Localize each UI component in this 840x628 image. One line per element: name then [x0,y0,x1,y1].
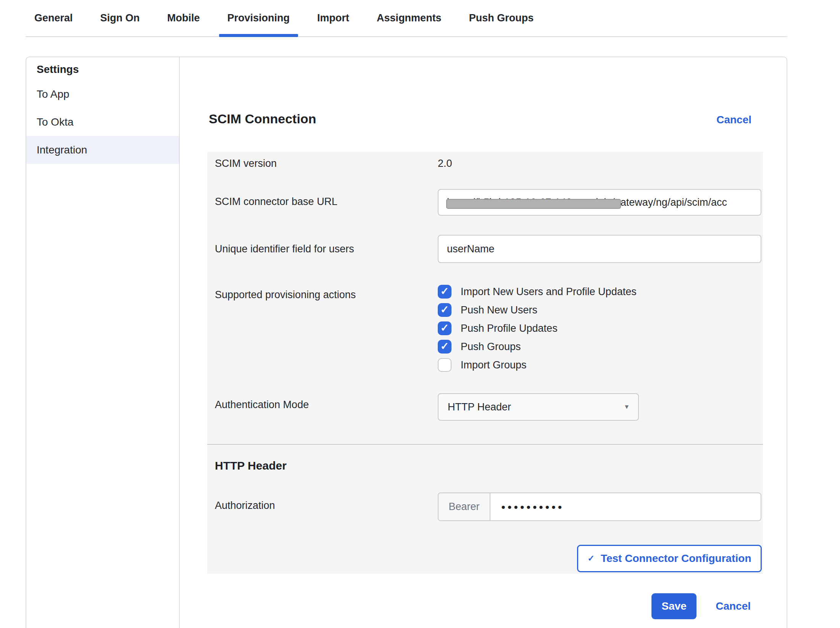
base-url-visible-text: o/gateway/ng/api/scim/acc [606,197,727,208]
checkbox-row-push-groups: ✓ Push Groups [438,340,521,354]
authorization-label: Authorization [215,500,275,512]
sidebar-item-to-okta[interactable]: To Okta [26,108,179,136]
tab-import[interactable]: Import [317,0,349,36]
checkbox-import-groups[interactable]: ✓ [438,358,451,372]
checkbox-label: Push Profile Updates [461,323,558,334]
auth-mode-select[interactable]: HTTP Header ▼ [438,393,639,421]
unique-id-label: Unique identifier field for users [215,243,354,255]
test-connector-configuration-button[interactable]: ✓ Test Connector Configuration [577,545,762,572]
sidebar-title: Settings [37,63,79,76]
checkmark-icon: ✓ [440,286,449,297]
checkbox-row-push-profile-updates: ✓ Push Profile Updates [438,321,558,335]
checkbox-push-profile-updates[interactable]: ✓ [438,321,451,335]
base-url-value: https://h5bd-135-19-67-140-ngrok.io/gate… [439,190,761,215]
tab-sign-on[interactable]: Sign On [100,0,140,36]
save-button[interactable]: Save [651,593,697,619]
auth-mode-value: HTTP Header [448,401,511,413]
checkbox-label: Push Groups [461,341,521,353]
settings-sidebar: Settings To App To Okta Integration [26,57,180,628]
app-tab-bar: General Sign On Mobile Provisioning Impo… [26,0,787,37]
scim-version-label: SCIM version [215,158,277,170]
page-title: SCIM Connection [209,111,316,126]
redaction-bar [446,199,621,209]
checkbox-row-push-new-users: ✓ Push New Users [438,303,537,317]
footer-actions: Save Cancel [651,593,751,619]
checkbox-row-import-new-users: ✓ Import New Users and Profile Updates [438,285,637,299]
bearer-prefix: Bearer [439,493,490,520]
scim-settings-panel: SCIM version 2.0 SCIM connector base URL… [207,152,763,574]
test-connector-label: Test Connector Configuration [601,552,751,565]
checkbox-label: Push New Users [461,304,537,316]
sidebar-item-integration[interactable]: Integration [26,136,179,164]
http-header-section-title: HTTP Header [215,459,287,472]
tab-provisioning[interactable]: Provisioning [227,0,290,36]
header-cancel-link[interactable]: Cancel [716,114,751,126]
scim-version-value: 2.0 [438,158,452,170]
checkbox-push-groups[interactable]: ✓ [438,340,451,354]
unique-id-value: userName [439,243,495,255]
checkbox-push-new-users[interactable]: ✓ [438,303,451,317]
checkmark-icon: ✓ [440,305,449,315]
auth-mode-label: Authentication Mode [215,399,309,411]
checkbox-label: Import Groups [461,359,527,371]
base-url-input[interactable]: https://h5bd-135-19-67-140-ngrok.io/gate… [438,189,761,216]
check-icon: ✓ [587,554,594,563]
authorization-token-input[interactable]: ●●●●●●●●●● [490,493,761,520]
section-divider [207,444,763,445]
provisioning-card: Settings To App To Okta Integration SCIM… [26,57,787,628]
tab-mobile[interactable]: Mobile [167,0,200,36]
checkbox-label: Import New Users and Profile Updates [461,286,637,298]
authorization-input-group: Bearer ●●●●●●●●●● [438,492,761,521]
footer-cancel-link[interactable]: Cancel [716,600,751,612]
tab-push-groups[interactable]: Push Groups [469,0,534,36]
chevron-down-icon: ▼ [624,404,630,410]
checkmark-icon: ✓ [440,323,449,333]
sidebar-item-to-app[interactable]: To App [26,80,179,108]
checkbox-import-new-users[interactable]: ✓ [438,285,451,299]
tab-assignments[interactable]: Assignments [377,0,442,36]
unique-id-input[interactable]: userName [438,235,761,263]
base-url-label: SCIM connector base URL [215,196,337,208]
sidebar-list: To App To Okta Integration [26,80,179,164]
provisioning-actions-label: Supported provisioning actions [215,289,356,301]
checkmark-icon: ✓ [440,341,449,352]
checkbox-row-import-groups: ✓ Import Groups [438,358,527,372]
tab-general[interactable]: General [34,0,73,36]
